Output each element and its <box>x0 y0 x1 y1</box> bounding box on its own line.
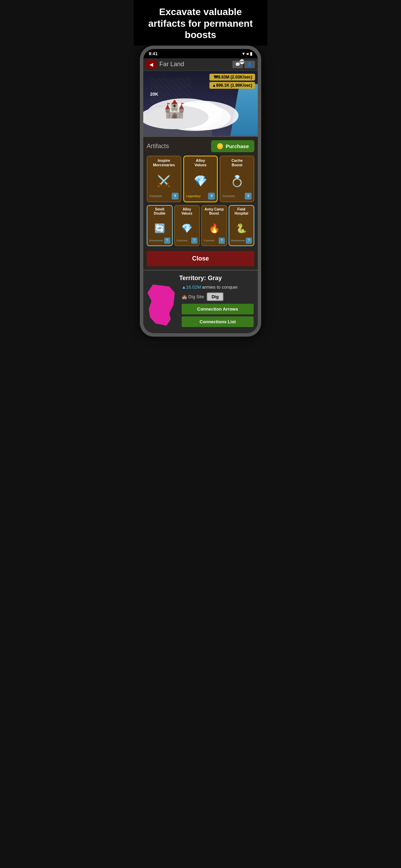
profile-icon: 👤 <box>247 62 252 67</box>
artifact-footer-alloy2: Common ? <box>177 238 198 244</box>
artifact-card-army[interactable]: Army Camp Boost 🔥 Common ? <box>201 205 227 246</box>
rarity-smelt: Uncommon <box>149 239 163 242</box>
resource-bars: ₩8.63M (2.03K/sec) ▲896.1K (1.99K/sec) <box>209 74 255 89</box>
connections-list-button[interactable]: Connections List <box>182 316 254 327</box>
help-btn-alloy2[interactable]: ? <box>191 238 197 244</box>
artifact-card-cache[interactable]: CacheBoost 💍 Common ? <box>220 156 254 202</box>
castle-icon: 🏰 <box>164 99 185 119</box>
territory-map <box>147 285 178 326</box>
back-arrow-icon: ◀ <box>149 62 153 67</box>
artifacts-row-2: SmeltDouble 🔄 Uncommon ? AlloyValues 💎 C… <box>147 205 254 246</box>
app-wrapper: Excavate valuable artifacts for permanen… <box>134 0 267 343</box>
wifi-icon: ▾ <box>242 51 245 56</box>
artifact-name-alloy2: AlloyValues <box>177 207 198 220</box>
game-view: 🏰 20K ₩8.63M (2.03K/sec) ▲896.1K (1.99K/… <box>143 71 258 136</box>
conquer-text: ▲16.02M armies to conquer <box>182 285 254 290</box>
artifact-name-inspire: InspireMercenaries <box>149 158 179 169</box>
conquer-suffix: armies to conquer <box>202 285 238 290</box>
rarity-inspire: Common <box>149 194 162 198</box>
battery-icon: ▮ <box>250 51 252 56</box>
help-btn-cache[interactable]: ? <box>245 193 252 200</box>
dig-row: 🏰 Dig Site Dig <box>182 292 254 301</box>
app-header: ◀ Far Land 💬 100 👤 <box>143 58 258 71</box>
header-buttons: 💬 100 👤 <box>232 61 255 68</box>
territory-title: Territory: Gray <box>147 275 254 282</box>
artifact-img-cache: 💍 <box>227 171 247 191</box>
phone-frame: 9:41 ▾ ◂ ▮ ◀ Far Land 💬 100 <box>140 46 261 337</box>
artifact-img-inspire: ⚔️ <box>154 171 174 191</box>
back-button[interactable]: ◀ <box>146 60 157 69</box>
chat-button[interactable]: 💬 100 <box>232 61 243 68</box>
chat-badge: 100 <box>240 59 244 64</box>
status-bar: 9:41 ▾ ◂ ▮ <box>143 49 258 58</box>
artifact-img-hospital: 🐍 <box>233 220 250 237</box>
artifact-img-alloy: 💎 <box>190 171 211 191</box>
artifact-name-army: Army Camp Boost <box>204 207 225 220</box>
gold-resource: ₩8.63M (2.03K/sec) <box>209 74 255 81</box>
artifacts-panel: Artifacts 🪙 Purchase InspireMercenaries … <box>143 136 258 270</box>
rarity-alloy2: Common <box>177 239 187 242</box>
phone-inner: 9:41 ▾ ◂ ▮ ◀ Far Land 💬 100 <box>143 49 258 333</box>
purchase-button[interactable]: 🪙 Purchase <box>211 140 254 152</box>
artifact-footer-army: Common ? <box>204 238 225 244</box>
artifact-footer-alloy: Legendary ? <box>186 193 215 200</box>
artifacts-row-1: InspireMercenaries ⚔️ Common ? AlloyValu… <box>147 156 254 202</box>
artifact-footer-hospital: Uncommon ? <box>231 238 252 244</box>
rarity-cache: Common <box>222 194 235 198</box>
help-btn-army[interactable]: ? <box>219 238 225 244</box>
artifact-card-inspire[interactable]: InspireMercenaries ⚔️ Common ? <box>147 156 181 202</box>
promo-headline: Excavate valuable artifacts for permanen… <box>148 7 253 40</box>
artifact-card-hospital[interactable]: FieldHospital 🐍 Uncommon ? <box>229 205 255 246</box>
artifact-card-smelt[interactable]: SmeltDouble 🔄 Uncommon ? <box>147 205 173 246</box>
help-btn-alloy[interactable]: ? <box>208 193 215 200</box>
app-title: Far Land <box>159 61 230 68</box>
promo-header: Excavate valuable artifacts for permanen… <box>134 0 267 46</box>
rarity-hospital: Uncommon <box>231 239 245 242</box>
artifact-footer-smelt: Uncommon ? <box>149 238 170 244</box>
signal-icon: ◂ <box>246 51 248 56</box>
connection-arrows-button[interactable]: Connection Arrows <box>182 304 254 314</box>
artifact-img-alloy2: 💎 <box>179 220 195 237</box>
status-icons: ▾ ◂ ▮ <box>242 51 252 56</box>
profile-button[interactable]: 👤 <box>244 61 255 68</box>
artifacts-title: Artifacts <box>147 143 169 150</box>
artifact-img-smelt: 🔄 <box>151 220 168 237</box>
artifact-card-alloy2[interactable]: AlloyValues 💎 Common ? <box>174 205 200 246</box>
artifact-footer-inspire: Common ? <box>149 193 179 200</box>
armies-resource: ▲896.1K (1.99K/sec) <box>209 82 255 89</box>
close-button[interactable]: Close <box>147 251 254 266</box>
artifact-name-smelt: SmeltDouble <box>149 207 170 220</box>
artifacts-header: Artifacts 🪙 Purchase <box>147 140 254 152</box>
coins-icon: 🪙 <box>217 143 223 149</box>
artifact-img-army: 🔥 <box>206 220 222 237</box>
artifact-card-alloy[interactable]: AlloyValues 💎 Legendary ? <box>183 156 218 202</box>
purchase-label: Purchase <box>226 143 249 149</box>
artifact-footer-cache: Common ? <box>222 193 252 200</box>
artifact-name-alloy: AlloyValues <box>186 158 215 169</box>
territory-content: ▲16.02M armies to conquer 🏰 Dig Site Dig… <box>147 285 254 329</box>
territory-info: ▲16.02M armies to conquer 🏰 Dig Site Dig… <box>182 285 254 329</box>
help-btn-hospital[interactable]: ? <box>246 238 252 244</box>
armies-amount: ▲16.02M <box>182 285 201 290</box>
artifact-name-hospital: FieldHospital <box>231 207 252 220</box>
help-btn-inspire[interactable]: ? <box>172 193 179 200</box>
help-btn-smelt[interactable]: ? <box>164 238 170 244</box>
rarity-army: Common <box>204 239 215 242</box>
map-shape <box>147 285 175 326</box>
dig-site-label: 🏰 Dig Site <box>182 294 204 299</box>
rarity-alloy: Legendary <box>186 194 201 198</box>
territory-section: Territory: Gray ▲16.02M armies to conque… <box>143 270 258 333</box>
map-label: 20K <box>150 92 158 97</box>
status-time: 9:41 <box>149 51 158 56</box>
artifact-name-cache: CacheBoost <box>222 158 252 169</box>
dig-button[interactable]: Dig <box>207 292 223 301</box>
